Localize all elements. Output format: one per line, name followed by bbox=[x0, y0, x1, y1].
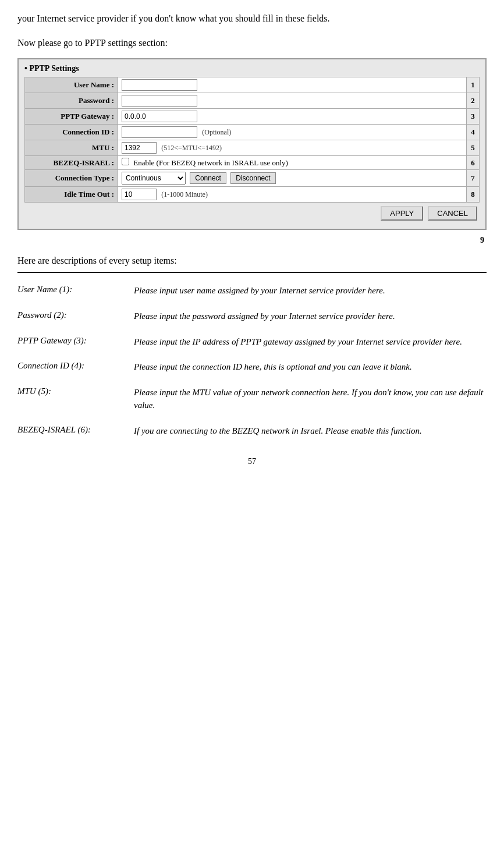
connect-button[interactable]: Connect bbox=[190, 172, 226, 184]
row-number-4: 4 bbox=[467, 125, 480, 140]
desc-content-6: If you are connecting to the BEZEQ netwo… bbox=[134, 420, 487, 446]
section-heading: Now please go to PPTP settings section: bbox=[17, 36, 487, 50]
desc-label-2: Password (2): bbox=[17, 306, 134, 331]
password-input[interactable] bbox=[122, 95, 197, 107]
descriptions-table: User Name (1): Please input user name as… bbox=[17, 280, 487, 445]
idle-timeout-input[interactable] bbox=[122, 189, 157, 200]
list-item: Connection ID (4): Please input the conn… bbox=[17, 356, 487, 382]
idle-timeout-label: Idle Time Out : bbox=[25, 187, 118, 203]
list-item: MTU (5): Please input the MTU value of y… bbox=[17, 382, 487, 420]
row-number-6: 6 bbox=[467, 156, 480, 170]
connection-type-cell: Continuous Connect on Demand Manual Conn… bbox=[118, 170, 467, 187]
connection-id-input[interactable] bbox=[122, 126, 197, 138]
gateway-label: PPTP Gateway : bbox=[25, 109, 118, 125]
apply-button[interactable]: APPLY bbox=[381, 206, 423, 221]
connection-id-label: Connection ID : bbox=[25, 125, 118, 140]
table-row: Password : 2 bbox=[25, 93, 480, 109]
row-number-2: 2 bbox=[467, 93, 480, 109]
table-row: Connection ID : (Optional) 4 bbox=[25, 125, 480, 140]
bezeq-checkbox[interactable] bbox=[122, 158, 129, 165]
mtu-hint: (512<=MTU<=1492) bbox=[161, 144, 222, 152]
username-input[interactable] bbox=[122, 79, 197, 91]
table-row: MTU : (512<=MTU<=1492) 5 bbox=[25, 140, 480, 156]
cancel-button[interactable]: CANCEL bbox=[428, 206, 477, 221]
apply-cancel-row: APPLY CANCEL bbox=[24, 203, 480, 222]
bezeq-checkbox-label: Enable (For BEZEQ network in ISRAEL use … bbox=[133, 158, 288, 167]
connection-id-cell: (Optional) bbox=[118, 125, 467, 140]
connection-id-hint: (Optional) bbox=[202, 128, 231, 136]
divider-line bbox=[17, 272, 487, 273]
desc-label-4: Connection ID (4): bbox=[17, 356, 134, 382]
list-item: PPTP Gateway (3): Please input the IP ad… bbox=[17, 331, 487, 357]
table-row: User Name : 1 bbox=[25, 77, 480, 93]
row-number-3: 3 bbox=[467, 109, 480, 125]
table-row: BEZEQ-ISRAEL : Enable (For BEZEQ network… bbox=[25, 156, 480, 170]
page-number: 57 bbox=[17, 457, 487, 466]
row-number-8: 8 bbox=[467, 187, 480, 203]
connection-type-select[interactable]: Continuous Connect on Demand Manual bbox=[122, 172, 186, 185]
gateway-input[interactable] bbox=[122, 111, 197, 122]
username-label: User Name : bbox=[25, 77, 118, 93]
connection-type-label: Connection Type : bbox=[25, 170, 118, 187]
desc-content-4: Please input the connection ID here, thi… bbox=[134, 356, 487, 382]
row-number-5: 5 bbox=[467, 140, 480, 156]
idle-timeout-hint: (1-1000 Minute) bbox=[161, 190, 208, 198]
pptp-settings-title: PPTP Settings bbox=[24, 64, 480, 73]
mtu-cell: (512<=MTU<=1492) bbox=[118, 140, 467, 156]
gateway-cell bbox=[118, 109, 467, 125]
pptp-settings-table: User Name : 1 Password : 2 PPTP Gateway … bbox=[24, 77, 480, 203]
desc-label-3: PPTP Gateway (3): bbox=[17, 331, 134, 357]
row-number-1: 1 bbox=[467, 77, 480, 93]
desc-label-5: MTU (5): bbox=[17, 382, 134, 420]
password-cell bbox=[118, 93, 467, 109]
table-row: PPTP Gateway : 3 bbox=[25, 109, 480, 125]
table-row: Idle Time Out : (1-1000 Minute) 8 bbox=[25, 187, 480, 203]
list-item: Password (2): Please input the password … bbox=[17, 306, 487, 331]
row-number-7: 7 bbox=[467, 170, 480, 187]
password-label: Password : bbox=[25, 93, 118, 109]
list-item: User Name (1): Please input user name as… bbox=[17, 280, 487, 306]
marker-9: 9 bbox=[17, 236, 487, 245]
bezeq-label: BEZEQ-ISRAEL : bbox=[25, 156, 118, 170]
descriptions-heading: Here are descriptions of every setup ite… bbox=[17, 256, 487, 266]
desc-content-1: Please input user name assigned by your … bbox=[134, 280, 487, 306]
disconnect-button[interactable]: Disconnect bbox=[230, 172, 275, 184]
intro-paragraph: your Internet service provider if you do… bbox=[17, 12, 487, 26]
username-cell bbox=[118, 77, 467, 93]
desc-content-2: Please input the password assigned by yo… bbox=[134, 306, 487, 331]
desc-label-6: BEZEQ-ISRAEL (6): bbox=[17, 420, 134, 446]
pptp-settings-box: PPTP Settings User Name : 1 Password : 2… bbox=[17, 58, 487, 230]
desc-label-1: User Name (1): bbox=[17, 280, 134, 306]
desc-content-3: Please input the IP address of PPTP gate… bbox=[134, 331, 487, 357]
mtu-label: MTU : bbox=[25, 140, 118, 156]
mtu-input[interactable] bbox=[122, 142, 157, 154]
idle-timeout-cell: (1-1000 Minute) bbox=[118, 187, 467, 203]
bezeq-cell: Enable (For BEZEQ network in ISRAEL use … bbox=[118, 156, 467, 170]
table-row: Connection Type : Continuous Connect on … bbox=[25, 170, 480, 187]
list-item: BEZEQ-ISRAEL (6): If you are connecting … bbox=[17, 420, 487, 446]
desc-content-5: Please input the MTU value of your netwo… bbox=[134, 382, 487, 420]
